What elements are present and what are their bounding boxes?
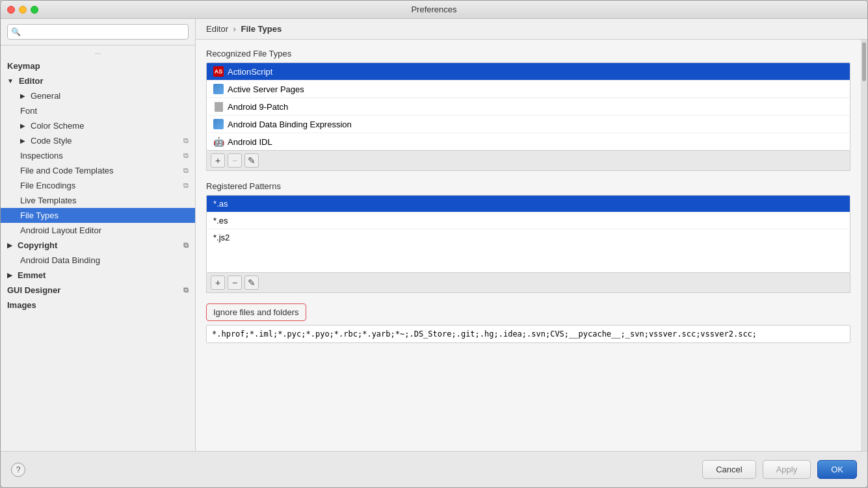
sidebar-item-live-templates-label: Live Templates <box>20 196 76 205</box>
pattern-item-js2[interactable]: *.js2 <box>207 229 850 246</box>
actionscript-icon: AS <box>213 66 224 77</box>
sidebar-item-file-encodings[interactable]: File Encodings ⧉ <box>1 178 195 193</box>
search-wrapper: 🔍 <box>7 24 189 40</box>
panel-body: Recognized File Types AS ActionScript <box>196 40 861 451</box>
edit-icon: ✎ <box>248 155 256 166</box>
copyright-chevron: ▶ <box>7 242 12 249</box>
add-pattern-button[interactable]: + <box>211 276 225 290</box>
list-item-android-idl[interactable]: 🤖 Android IDL <box>207 133 850 150</box>
help-button[interactable]: ? <box>11 463 25 477</box>
sidebar-item-file-code-templates-label: File and Code Templates <box>20 166 114 175</box>
emmet-chevron: ▶ <box>7 272 12 279</box>
sidebar-item-copyright[interactable]: ▶ Copyright ⧉ <box>1 238 195 253</box>
recognized-file-types-label: Recognized File Types <box>206 49 850 58</box>
breadcrumb: Editor › File Types <box>196 19 867 40</box>
patterns-list: *.as *.es *.js2 <box>206 195 850 273</box>
sidebar-item-android-data-binding[interactable]: Android Data Binding <box>1 253 195 268</box>
main-scroll-container: Recognized File Types AS ActionScript <box>196 40 867 451</box>
pattern-es-label: *.es <box>213 216 228 225</box>
edit-pattern-button[interactable]: ✎ <box>244 276 259 290</box>
sidebar-item-font-label: Font <box>20 106 37 116</box>
sidebar-item-general[interactable]: ▶ General <box>1 88 195 103</box>
edit-file-type-button[interactable]: ✎ <box>244 153 259 168</box>
remove-pattern-button[interactable]: − <box>228 276 242 290</box>
sidebar-item-inspections-label: Inspections <box>20 151 63 161</box>
sidebar-item-keymap[interactable]: Keymap <box>1 58 195 73</box>
sidebar-item-general-label: General <box>31 91 60 101</box>
editor-chevron: ▼ <box>7 77 14 84</box>
sidebar-item-editor-label: Editor <box>19 76 44 86</box>
color-scheme-chevron: ▶ <box>20 122 25 129</box>
sidebar-item-copyright-label: Copyright <box>18 240 57 250</box>
list-item-adb[interactable]: Android Data Binding Expression <box>207 116 850 133</box>
recognized-file-types-section: Recognized File Types AS ActionScript <box>206 49 850 171</box>
sidebar-item-inspections[interactable]: Inspections ⧉ <box>1 148 195 163</box>
sidebar-item-emmet-label: Emmet <box>18 270 46 280</box>
pattern-item-as[interactable]: *.as <box>207 196 850 212</box>
sidebar-item-editor[interactable]: ▼ Editor <box>1 73 195 88</box>
help-icon: ? <box>16 465 21 474</box>
sidebar-item-code-style[interactable]: ▶ Code Style ⧉ <box>1 133 195 148</box>
preferences-dialog: Preferences 🔍 ··· Keymap ▼ Editor <box>0 0 868 488</box>
sidebar-item-emmet[interactable]: ▶ Emmet <box>1 268 195 283</box>
pattern-js2-label: *.js2 <box>213 233 230 242</box>
ignore-label: Ignore files and folders <box>206 303 306 321</box>
sidebar-item-file-types[interactable]: File Types <box>1 208 195 223</box>
add-pattern-icon: + <box>215 277 220 288</box>
bottom-bar: ? Cancel Apply OK <box>1 451 867 487</box>
search-icon: 🔍 <box>11 27 21 36</box>
sidebar-item-images[interactable]: Images <box>1 298 195 313</box>
search-input[interactable] <box>7 24 189 40</box>
list-item-asp[interactable]: Active Server Pages <box>207 81 850 98</box>
minimize-button[interactable] <box>19 6 27 14</box>
bottom-right: Cancel Apply OK <box>702 460 857 479</box>
sidebar: 🔍 ··· Keymap ▼ Editor ▶ General <box>1 19 196 451</box>
android-idl-icon: 🤖 <box>213 136 224 147</box>
sidebar-item-color-scheme[interactable]: ▶ Color Scheme <box>1 118 195 133</box>
sidebar-item-gui-designer-label: GUI Designer <box>7 285 60 295</box>
gui-designer-copy-icon: ⧉ <box>183 286 189 294</box>
search-bar: 🔍 <box>1 19 195 45</box>
ignore-section: Ignore files and folders <box>206 303 850 343</box>
dots-above: ··· <box>1 47 195 58</box>
title-bar: Preferences <box>1 1 867 19</box>
pattern-item-es[interactable]: *.es <box>207 212 850 229</box>
apply-button[interactable]: Apply <box>763 460 811 479</box>
file-encodings-copy-icon: ⧉ <box>183 181 189 190</box>
main-layout: 🔍 ··· Keymap ▼ Editor ▶ General <box>1 19 867 451</box>
sidebar-item-font[interactable]: Font <box>1 103 195 118</box>
list-item-actionscript[interactable]: AS ActionScript <box>207 63 850 81</box>
add-icon: + <box>215 155 220 166</box>
sidebar-item-file-code-templates[interactable]: File and Code Templates ⧉ <box>1 163 195 178</box>
pattern-as-label: *.as <box>213 199 228 209</box>
file-types-list: AS ActionScript Active Server Pages <box>206 62 850 151</box>
scrollbar[interactable] <box>861 40 867 451</box>
list-item-android9patch[interactable]: Android 9-Patch <box>207 98 850 116</box>
as-icon-inner: AS <box>213 66 224 77</box>
ok-button[interactable]: OK <box>817 460 857 479</box>
sidebar-item-android-layout-editor[interactable]: Android Layout Editor <box>1 223 195 238</box>
traffic-lights <box>7 6 38 14</box>
sidebar-section: ··· Keymap ▼ Editor ▶ General Font ▶ <box>1 45 195 314</box>
general-chevron: ▶ <box>20 92 25 99</box>
remove-file-type-button[interactable]: − <box>228 153 242 168</box>
sidebar-item-gui-designer[interactable]: GUI Designer ⧉ <box>1 283 195 298</box>
scrollbar-thumb[interactable] <box>862 42 866 81</box>
android-idl-label: Android IDL <box>228 137 272 147</box>
cancel-button[interactable]: Cancel <box>702 460 756 479</box>
maximize-button[interactable] <box>31 6 38 14</box>
remove-pattern-icon: − <box>232 277 237 288</box>
breadcrumb-parent: Editor <box>206 24 228 34</box>
actionscript-label: ActionScript <box>228 67 272 77</box>
inspections-copy-icon: ⧉ <box>183 151 189 160</box>
sidebar-item-android-data-binding-label: Android Data Binding <box>20 255 100 265</box>
registered-patterns-label: Registered Patterns <box>206 181 850 191</box>
add-file-type-button[interactable]: + <box>211 153 225 168</box>
window-title: Preferences <box>411 5 456 14</box>
asp-label: Active Server Pages <box>228 84 304 94</box>
close-button[interactable] <box>7 6 15 14</box>
sidebar-item-live-templates[interactable]: Live Templates <box>1 193 195 208</box>
sidebar-item-keymap-label: Keymap <box>7 61 40 71</box>
breadcrumb-current: File Types <box>241 24 282 34</box>
ignore-input[interactable] <box>206 325 850 343</box>
